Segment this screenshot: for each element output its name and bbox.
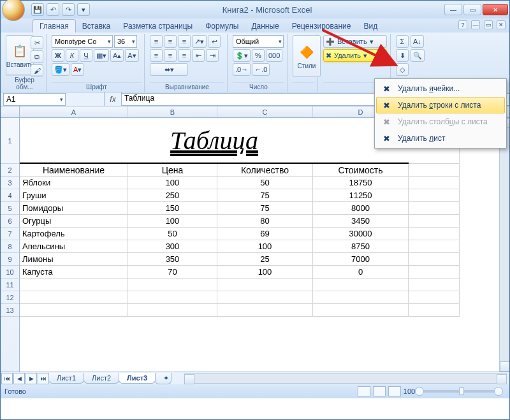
cell[interactable]: [313, 279, 409, 291]
row-header-3[interactable]: 3: [1, 177, 19, 189]
row-header-6[interactable]: 6: [1, 215, 19, 228]
cell[interactable]: [128, 291, 217, 304]
column-header-C[interactable]: C: [217, 106, 313, 117]
sheet-nav-first[interactable]: ⏮: [1, 373, 13, 384]
data-cell[interactable]: 350: [128, 253, 217, 266]
data-cell[interactable]: 18750: [313, 177, 409, 189]
row-header-8[interactable]: 8: [1, 240, 19, 253]
row-header-13[interactable]: 13: [1, 304, 19, 317]
fx-icon[interactable]: fx: [104, 92, 122, 106]
row-header-1[interactable]: 1: [1, 118, 19, 164]
merge-center-button[interactable]: ⬌▾: [150, 63, 188, 76]
data-cell[interactable]: 150: [128, 202, 217, 215]
tab-разметка страницы[interactable]: Разметка страницы: [117, 20, 199, 33]
align-bottom-button[interactable]: ≡: [178, 35, 191, 48]
maximize-button[interactable]: ▭: [463, 4, 481, 15]
column-header-A[interactable]: A: [20, 106, 128, 117]
cell[interactable]: [409, 266, 460, 279]
data-cell[interactable]: 11250: [313, 189, 409, 202]
shrink-font-button[interactable]: A▾: [125, 49, 138, 62]
data-cell[interactable]: 3450: [313, 215, 409, 228]
data-cell[interactable]: 100: [217, 240, 313, 253]
cell[interactable]: [20, 304, 128, 317]
data-cell[interactable]: 100: [128, 177, 217, 189]
sheet-tab-Лист2[interactable]: Лист2: [84, 373, 119, 384]
cell[interactable]: [409, 240, 460, 253]
delete-menu-item-0[interactable]: ✖Удалить ячейки...: [376, 80, 505, 97]
data-cell[interactable]: 8000: [313, 202, 409, 215]
orientation-button[interactable]: ↗▾: [192, 35, 207, 48]
sheet-nav-last[interactable]: ⏭: [38, 373, 49, 384]
merged-title-cell[interactable]: Таблица: [20, 118, 409, 164]
close-button[interactable]: ✕: [483, 4, 508, 15]
data-cell[interactable]: Яблоки: [20, 177, 128, 189]
sheet-tab-Лист3[interactable]: Лист3: [119, 373, 156, 384]
bold-button[interactable]: Ж: [52, 49, 64, 62]
header-cell[interactable]: Наименование: [20, 164, 128, 177]
vertical-scrollbar[interactable]: [499, 118, 509, 372]
paste-button[interactable]: 📋 Вставить: [6, 35, 34, 75]
view-normal-button[interactable]: [358, 386, 370, 396]
decrease-indent-button[interactable]: ⇤: [192, 49, 205, 62]
cells-area[interactable]: ТаблицаНаименованиеЦенаКоличествоСтоимос…: [20, 118, 509, 372]
zoom-slider[interactable]: [424, 390, 494, 393]
qat-undo[interactable]: ↶: [47, 3, 59, 16]
align-middle-button[interactable]: ≡: [164, 35, 177, 48]
data-cell[interactable]: Картофель: [20, 228, 128, 240]
data-cell[interactable]: 250: [128, 189, 217, 202]
styles-button[interactable]: 🔶Стили: [293, 35, 321, 77]
tab-данные[interactable]: Данные: [245, 20, 285, 33]
view-pagebreak-button[interactable]: [388, 386, 401, 396]
cell[interactable]: [409, 177, 460, 189]
header-cell[interactable]: Стоимость: [313, 164, 409, 177]
select-all-corner[interactable]: [1, 106, 20, 117]
row-header-2[interactable]: 2: [1, 164, 19, 177]
tab-вставка[interactable]: Вставка: [76, 20, 117, 33]
data-cell[interactable]: 75: [217, 202, 313, 215]
mdi-close-icon[interactable]: ✕: [497, 20, 506, 29]
data-cell[interactable]: 100: [217, 266, 313, 279]
data-cell[interactable]: Огурцы: [20, 215, 128, 228]
row-header-4[interactable]: 4: [1, 189, 19, 202]
data-cell[interactable]: 25: [217, 253, 313, 266]
data-cell[interactable]: 70: [128, 266, 217, 279]
number-format-select[interactable]: Общий: [233, 35, 284, 48]
align-center-button[interactable]: ≡: [164, 49, 177, 62]
tab-формулы[interactable]: Формулы: [199, 20, 245, 33]
cut-button[interactable]: ✂: [31, 36, 43, 49]
data-cell[interactable]: 8750: [313, 240, 409, 253]
header-cell[interactable]: Количество: [217, 164, 313, 177]
data-cell[interactable]: Апельсины: [20, 240, 128, 253]
copy-button[interactable]: ⧉: [31, 50, 43, 63]
sheet-tab-Лист1[interactable]: Лист1: [48, 373, 84, 384]
sheet-nav-prev[interactable]: ◀: [13, 373, 25, 384]
header-cell[interactable]: Цена: [128, 164, 217, 177]
ribbon-minimize-icon[interactable]: —: [471, 20, 480, 29]
delete-menu-item-1[interactable]: ✖Удалить строки с листа: [376, 97, 505, 113]
align-left-button[interactable]: ≡: [150, 49, 163, 62]
cell[interactable]: [217, 304, 313, 317]
cell[interactable]: [409, 304, 460, 317]
cell[interactable]: [409, 291, 460, 304]
data-cell[interactable]: 300: [128, 240, 217, 253]
row-header-12[interactable]: 12: [1, 291, 19, 304]
increase-indent-button[interactable]: ⇥: [206, 49, 219, 62]
font-size-select[interactable]: 36: [114, 35, 137, 48]
grow-font-button[interactable]: A▴: [110, 49, 124, 62]
sheet-nav-next[interactable]: ▶: [26, 373, 37, 384]
row-header-7[interactable]: 7: [1, 228, 19, 240]
cell[interactable]: [217, 291, 313, 304]
data-cell[interactable]: 0: [313, 266, 409, 279]
minimize-button[interactable]: —: [444, 4, 462, 15]
data-cell[interactable]: Груши: [20, 189, 128, 202]
font-color-button[interactable]: A▾: [71, 63, 84, 76]
cell[interactable]: [128, 279, 217, 291]
mdi-restore-icon[interactable]: ▭: [484, 20, 493, 29]
comma-button[interactable]: 000: [266, 49, 282, 62]
data-cell[interactable]: 80: [217, 215, 313, 228]
new-sheet-button[interactable]: ✦: [155, 373, 171, 384]
cell[interactable]: [409, 189, 460, 202]
horizontal-scrollbar[interactable]: [184, 373, 507, 384]
increase-decimal-button[interactable]: .0→: [233, 63, 251, 76]
underline-button[interactable]: Ч: [80, 49, 92, 62]
